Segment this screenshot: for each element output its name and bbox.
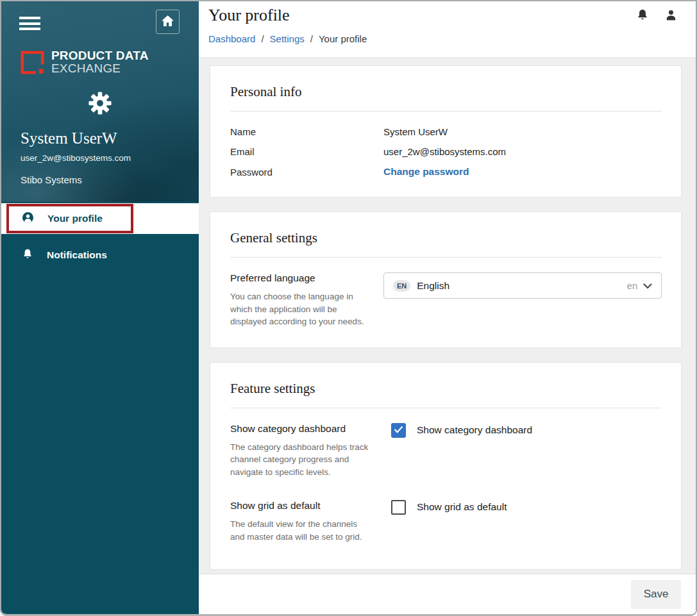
language-value: English — [417, 280, 449, 292]
checkbox-label: Show grid as default — [417, 501, 507, 513]
page-title: Your profile — [208, 6, 696, 25]
save-button[interactable]: Save — [631, 580, 681, 609]
breadcrumb-dashboard[interactable]: Dashboard — [208, 33, 255, 44]
checkmark-icon — [394, 424, 403, 436]
sidebar: PRODUCT DATA EXCHANGE — [1, 1, 199, 614]
show-category-dashboard-option: Show category dashboard The category das… — [230, 423, 662, 479]
sidebar-item-label: Notifications — [47, 249, 107, 261]
general-settings-card: General settings Preferred language You … — [210, 212, 682, 348]
sidebar-user-name: System UserW — [21, 129, 117, 147]
personal-info-card: Personal info Name System UserW Email us… — [210, 65, 682, 197]
option-label: Show category dashboard — [230, 423, 383, 435]
content: Personal info Name System UserW Email us… — [199, 58, 696, 574]
topbar: Your profile Dashboard / Settings / Your… — [199, 1, 696, 58]
gear-icon — [88, 91, 112, 118]
chevron-down-icon — [643, 280, 652, 292]
show-category-dashboard-checkbox[interactable] — [391, 423, 406, 438]
main-area: Your profile Dashboard / Settings / Your… — [199, 1, 696, 614]
divider — [230, 408, 662, 408]
logo-square-icon — [21, 51, 44, 77]
breadcrumb-separator: / — [310, 33, 313, 44]
home-icon — [160, 14, 175, 30]
sidebar-item-your-profile[interactable]: Your profile — [1, 203, 199, 234]
sidebar-nav: Your profile Notifications — [1, 203, 199, 271]
option-description: The category dashboard helps track chann… — [230, 441, 371, 479]
sidebar-item-label: Your profile — [47, 213, 103, 224]
footer-bar: Save — [199, 574, 696, 614]
option-description: The default view for the channels and ma… — [230, 518, 371, 543]
password-label: Password — [230, 167, 383, 178]
sidebar-user-email: user_2w@stibosystems.com — [21, 153, 131, 163]
show-grid-as-default-option: Show grid as default The default view fo… — [230, 500, 662, 543]
logo-text-line1: PRODUCT DATA — [51, 49, 149, 62]
breadcrumb-current: Your profile — [319, 33, 367, 44]
preferred-language-label: Preferred language — [230, 272, 383, 284]
divider — [230, 111, 662, 112]
logo-text-line2: EXCHANGE — [51, 62, 149, 75]
product-data-exchange-logo: PRODUCT DATA EXCHANGE — [21, 51, 149, 77]
option-label: Show grid as default — [230, 500, 383, 512]
user-account-icon[interactable] — [665, 8, 677, 22]
feature-settings-card: Feature settings Show category dashboard… — [210, 362, 682, 570]
preferred-language-description: You can choose the language in which the… — [230, 290, 371, 328]
app-window: PRODUCT DATA EXCHANGE — [0, 0, 697, 616]
language-select[interactable]: EN English en — [383, 272, 662, 299]
change-password-link[interactable]: Change password — [383, 166, 469, 177]
checkbox-label: Show category dashboard — [417, 424, 532, 436]
notifications-bell-icon[interactable] — [637, 8, 648, 22]
show-grid-as-default-checkbox[interactable] — [391, 500, 406, 515]
person-circle-icon — [22, 212, 33, 226]
language-code: en — [627, 281, 637, 291]
breadcrumb-separator: / — [261, 33, 264, 44]
bell-icon — [22, 248, 33, 263]
sidebar-hero: PRODUCT DATA EXCHANGE — [1, 1, 199, 202]
language-badge: EN — [393, 280, 410, 292]
name-value: System UserW — [383, 126, 662, 137]
breadcrumb: Dashboard / Settings / Your profile — [208, 33, 696, 44]
email-label: Email — [230, 146, 383, 157]
card-title: Personal info — [230, 84, 662, 100]
breadcrumb-settings[interactable]: Settings — [270, 33, 305, 44]
hamburger-menu-icon[interactable] — [19, 17, 40, 30]
home-button[interactable] — [156, 10, 180, 34]
sidebar-item-notifications[interactable]: Notifications — [1, 240, 199, 271]
card-title: General settings — [230, 230, 662, 246]
divider — [230, 257, 662, 258]
card-title: Feature settings — [230, 381, 662, 397]
name-label: Name — [230, 126, 383, 137]
sidebar-organization: Stibo Systems — [21, 174, 82, 185]
email-value: user_2w@stibosystems.com — [383, 146, 662, 157]
